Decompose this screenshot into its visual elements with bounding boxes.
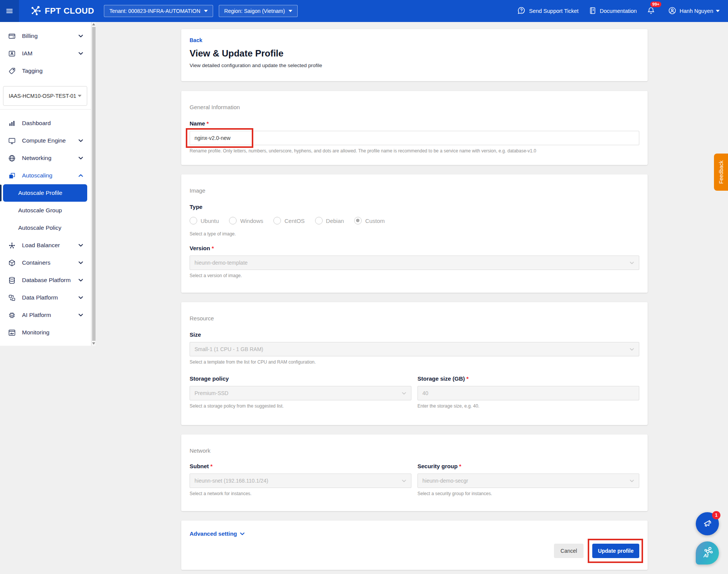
sidebar-item-database-platform[interactable]: Database Platform — [0, 271, 91, 289]
chevron-down-icon — [78, 312, 83, 318]
sidebar-item-tagging[interactable]: Tagging — [0, 62, 91, 80]
radio-custom: Custom — [354, 217, 385, 224]
announcements-button[interactable]: 1 — [696, 512, 719, 535]
send-support-ticket-link[interactable]: Send Support Ticket — [517, 6, 579, 16]
region-label: Region: Saigon (Vietnam) — [224, 8, 285, 14]
scrollbar-up-arrow[interactable] — [92, 22, 96, 27]
containers-icon — [8, 259, 16, 267]
sidebar-item-compute-engine[interactable]: Compute Engine — [0, 132, 91, 149]
top-navbar: FPT CLOUD Tenant: 000823-INFRA-AUTOMATIO… — [0, 0, 728, 22]
sidebar-item-label: Networking — [22, 155, 52, 162]
storage-size-value: 40 — [422, 390, 428, 396]
chevron-down-icon — [629, 347, 634, 352]
sidebar-item-label: Load Balancer — [22, 242, 60, 249]
sidebar-item-label: Data Platform — [22, 294, 58, 301]
sidebar-item-label: AI Platform — [22, 312, 51, 318]
resource-card: Resource Size Small-1 (1 CPU - 1 GB RAM)… — [181, 302, 648, 425]
sidebar-item-label: Monitoring — [22, 329, 49, 336]
radio-windows: Windows — [229, 217, 263, 224]
hamburger-menu-icon[interactable] — [0, 0, 19, 22]
sidebar-item-monitoring[interactable]: Monitoring — [0, 324, 91, 341]
required-marker: * — [466, 375, 469, 382]
tenant-selector[interactable]: Tenant: 000823-INFRA-AUTOMATION — [104, 5, 213, 17]
name-helper: Rename profile. Only letters, numbers, u… — [190, 148, 639, 154]
chevron-down-icon — [78, 33, 83, 39]
support-chat-icon — [517, 6, 526, 16]
image-type-radio-group: UbuntuWindowsCentOSDebianCustom — [190, 217, 639, 224]
advanced-setting-card: Advanced setting Cancel Update profile — [181, 521, 648, 570]
name-input[interactable] — [190, 131, 639, 145]
security-group-select: hieunn-demo-secgr — [417, 474, 639, 488]
iam-icon — [8, 49, 16, 58]
sidebar-item-dashboard[interactable]: Dashboard — [0, 114, 91, 132]
project-selector-value: IAAS-HCM10-OSP-TEST-01 — [9, 93, 76, 99]
notification-badge: 99+ — [650, 2, 661, 7]
radio-circle-icon — [354, 217, 362, 224]
radio-circle-icon — [229, 217, 237, 224]
tenant-label: Tenant: 000823-INFRA-AUTOMATION — [109, 8, 200, 14]
load-balancer-icon — [8, 241, 16, 249]
chevron-down-icon — [78, 243, 83, 248]
user-menu[interactable]: Hanh Nguyen — [668, 6, 720, 16]
required-marker: * — [459, 463, 461, 469]
page-title: View & Update Profile — [190, 48, 639, 59]
update-profile-button[interactable]: Update profile — [592, 544, 639, 558]
sidebar-item-ai-platform[interactable]: AIAI Platform — [0, 306, 91, 324]
compute-icon — [8, 136, 16, 145]
documentation-icon — [588, 6, 597, 16]
general-information-card: General Information Name* Rename profile… — [181, 91, 648, 165]
network-card: Network Subnet* hieunn-snet (192.168.110… — [181, 434, 648, 511]
chevron-down-icon — [78, 95, 82, 97]
sidebar-divider — [0, 109, 91, 110]
ai-assistant-button[interactable]: AI — [696, 541, 719, 565]
sidebar-subitem-autoscale-profile[interactable]: Autoscale Profile — [3, 184, 87, 202]
megaphone-icon — [702, 518, 713, 530]
sidebar-subitem-autoscale-policy[interactable]: Autoscale Policy — [3, 219, 87, 237]
back-link[interactable]: Back — [190, 37, 202, 43]
subnet-value: hieunn-snet (192.168.110.1/24) — [195, 478, 268, 484]
cancel-button[interactable]: Cancel — [554, 544, 584, 558]
storage-policy-helper: Select a storage policy from the suggest… — [190, 403, 411, 409]
fpt-cloud-logo[interactable]: FPT CLOUD — [30, 5, 94, 17]
chevron-down-icon — [402, 391, 406, 396]
image-card: Image Type UbuntuWindowsCentOSDebianCust… — [181, 174, 648, 293]
name-label: Name* — [190, 120, 639, 127]
sidebar-item-data-platform[interactable]: Data Platform — [0, 289, 91, 306]
storage-size-input: 40 — [417, 386, 639, 400]
notifications-button[interactable]: 99+ — [646, 6, 656, 16]
storage-policy-label: Storage policy — [190, 375, 411, 382]
documentation-link[interactable]: Documentation — [588, 6, 637, 16]
sidebar-item-containers[interactable]: Containers — [0, 254, 91, 271]
chevron-down-icon — [78, 260, 83, 265]
sidebar-scrollbar[interactable] — [91, 22, 96, 346]
sidebar-item-label: Compute Engine — [22, 137, 66, 144]
ai-molecule-icon: AI — [700, 545, 715, 561]
sidebar-item-autoscaling[interactable]: Autoscaling — [0, 167, 91, 184]
advanced-setting-toggle[interactable]: Advanced setting — [190, 530, 245, 537]
sidebar-item-label: Database Platform — [22, 277, 71, 284]
feedback-tab[interactable]: Feedback — [714, 154, 728, 191]
sidebar-item-networking[interactable]: Networking — [0, 149, 91, 167]
project-selector[interactable]: IAAS-HCM10-OSP-TEST-01 — [3, 86, 87, 106]
subnet-label: Subnet* — [190, 463, 411, 469]
network-heading: Network — [190, 447, 639, 454]
scrollbar-thumb[interactable] — [92, 27, 96, 341]
size-label: Size — [190, 331, 639, 338]
monitoring-icon — [8, 328, 16, 337]
chevron-down-icon — [78, 155, 83, 161]
scrollbar-down-arrow[interactable] — [92, 341, 96, 346]
sidebar-item-load-balancer[interactable]: Load Balancer — [0, 237, 91, 254]
sidebar-item-label: Containers — [22, 259, 50, 266]
image-heading: Image — [190, 187, 639, 194]
autoscaling-icon — [8, 171, 16, 180]
required-marker: * — [207, 120, 209, 127]
sidebar-item-billing[interactable]: Billing — [0, 27, 91, 45]
region-selector[interactable]: Region: Saigon (Vietnam) — [219, 5, 298, 17]
logo-text: FPT CLOUD — [45, 6, 94, 16]
tagging-icon — [8, 67, 16, 75]
chevron-down-icon — [78, 295, 83, 300]
sidebar-subitem-autoscale-group[interactable]: Autoscale Group — [3, 202, 87, 219]
radio-circle-icon — [190, 217, 197, 224]
sidebar-item-iam[interactable]: IAM — [0, 45, 91, 62]
storage-policy-value: Premium-SSD — [195, 390, 228, 396]
